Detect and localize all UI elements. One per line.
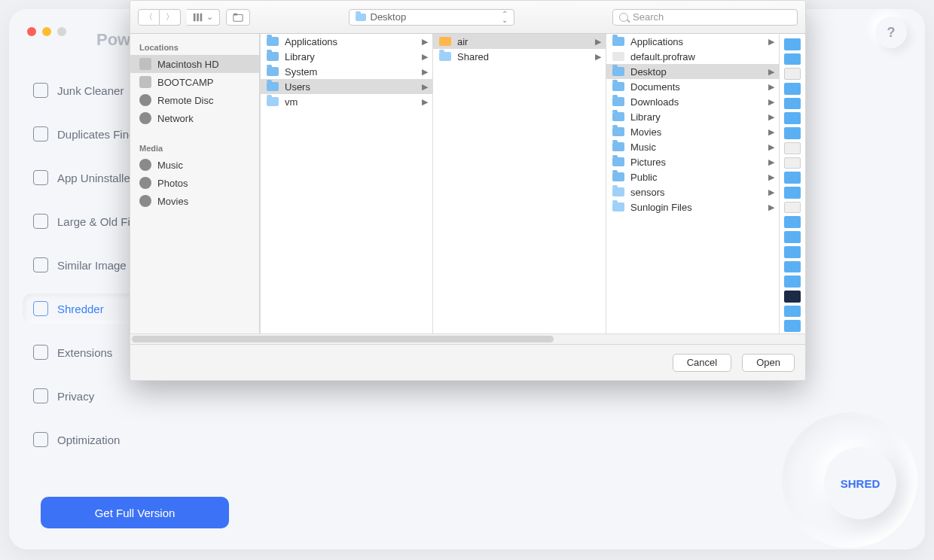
close-window-button[interactable] [27, 27, 36, 36]
preview-thumb[interactable] [784, 112, 801, 124]
preview-thumb[interactable] [784, 231, 801, 243]
preview-thumb[interactable] [784, 98, 801, 110]
nav-label: Optimization [57, 434, 120, 446]
device-icon [139, 76, 151, 88]
column-1[interactable]: Applications▶Library▶System▶Users▶vm▶ [260, 34, 433, 333]
zoom-window-button[interactable] [57, 27, 66, 36]
folder-icon [612, 172, 624, 181]
svg-rect-4 [233, 13, 237, 15]
help-button[interactable]: ? [875, 17, 907, 48]
sidebar-item-privacy[interactable]: Privacy [23, 381, 196, 411]
sidebar-item-photos[interactable]: Photos [130, 174, 259, 192]
file-row[interactable]: Music▶ [606, 139, 779, 154]
chevron-right-icon: ▶ [422, 67, 428, 77]
chevron-right-icon: ▶ [422, 52, 428, 62]
sidebar-item-bootcamp[interactable]: BOOTCAMP [130, 73, 259, 91]
folder-icon [267, 97, 279, 106]
forward-button[interactable]: 〉 [160, 9, 181, 26]
file-label: System [285, 66, 317, 78]
file-row[interactable]: Public▶ [606, 169, 779, 184]
chevron-right-icon: ▶ [422, 37, 428, 47]
file-row[interactable]: System▶ [261, 64, 432, 79]
device-icon [139, 159, 151, 171]
search-field[interactable]: Search [612, 9, 798, 26]
file-row[interactable]: Downloads▶ [606, 94, 779, 109]
get-full-version-button[interactable]: Get Full Version [41, 497, 229, 528]
file-row[interactable]: Applications▶ [261, 34, 432, 49]
sidebar-item-network[interactable]: Network [130, 109, 259, 127]
preview-thumb[interactable] [784, 202, 801, 214]
file-row[interactable]: Library▶ [261, 49, 432, 64]
preview-thumb[interactable] [784, 246, 801, 258]
group-button[interactable] [226, 9, 250, 26]
file-label: Downloads [630, 96, 679, 108]
file-row[interactable]: sensors▶ [606, 184, 779, 199]
preview-thumb[interactable] [784, 261, 801, 273]
preview-thumb[interactable] [784, 157, 801, 169]
chevron-right-icon: ▶ [768, 97, 774, 107]
device-icon [139, 177, 151, 189]
preview-thumb[interactable] [784, 216, 801, 228]
dialog-toolbar: 〈 〉 ⌄ Desktop ⌃⌄ Search [130, 1, 805, 34]
preview-thumb[interactable] [784, 320, 801, 332]
sidebar-item-label: Macintosh HD [157, 59, 219, 70]
preview-thumb[interactable] [784, 53, 801, 65]
back-button[interactable]: 〈 [138, 9, 160, 26]
view-mode-button[interactable]: ⌄ [187, 9, 220, 26]
chevron-right-icon: ▶ [595, 37, 601, 47]
preview-thumb[interactable] [784, 306, 801, 318]
file-label: Desktop [630, 66, 667, 78]
svg-rect-0 [194, 13, 196, 21]
scrollbar-thumb[interactable] [132, 336, 554, 342]
sidebar-item-movies[interactable]: Movies [130, 192, 259, 210]
folder-icon [267, 52, 279, 61]
file-row[interactable]: Pictures▶ [606, 154, 779, 169]
sidebar-item-macintosh-hd[interactable]: Macintosh HD [130, 55, 259, 73]
preview-thumb[interactable] [784, 38, 801, 50]
file-row[interactable]: Movies▶ [606, 124, 779, 139]
file-row[interactable]: default.profraw [606, 49, 779, 64]
file-row[interactable]: Applications▶ [606, 34, 779, 49]
file-row[interactable]: air▶ [433, 34, 606, 49]
sidebar-item-music[interactable]: Music [130, 156, 259, 174]
file-row[interactable]: Desktop▶ [606, 64, 779, 79]
preview-thumb[interactable] [784, 275, 801, 288]
open-button[interactable]: Open [742, 354, 795, 372]
file-row[interactable]: Users▶ [261, 79, 432, 94]
column-3[interactable]: Applications▶default.profrawDesktop▶Docu… [606, 34, 780, 333]
file-row[interactable]: Documents▶ [606, 79, 779, 94]
preview-thumb[interactable] [784, 187, 801, 199]
preview-thumb[interactable] [784, 127, 801, 139]
horizontal-scrollbar[interactable] [130, 333, 805, 344]
preview-thumb[interactable] [784, 83, 801, 95]
file-row[interactable]: vm▶ [261, 94, 432, 109]
sidebar-item-optimization[interactable]: Optimization [23, 425, 196, 455]
column-4-preview[interactable] [780, 34, 805, 333]
cancel-button[interactable]: Cancel [673, 354, 731, 372]
sidebar-header: Media [130, 141, 259, 156]
dialog-body: LocationsMacintosh HDBOOTCAMPRemote Disc… [130, 34, 805, 333]
file-row[interactable]: Sunlogin Files▶ [606, 199, 779, 215]
preview-thumb[interactable] [784, 291, 801, 303]
device-icon [139, 58, 151, 70]
file-row[interactable]: Shared▶ [433, 49, 606, 64]
file-label: Library [285, 51, 315, 62]
preview-thumb[interactable] [784, 68, 801, 80]
nav-label: Shredder [57, 303, 104, 315]
sidebar-item-remote-disc[interactable]: Remote Disc [130, 91, 259, 109]
folder-icon [612, 112, 624, 121]
preview-thumb[interactable] [784, 172, 801, 184]
minimize-window-button[interactable] [42, 27, 51, 36]
window-controls [27, 27, 66, 36]
file-label: Shared [457, 51, 489, 62]
preview-thumb[interactable] [784, 142, 801, 154]
folder-icon [612, 202, 624, 212]
column-2[interactable]: air▶Shared▶ [433, 34, 606, 333]
file-row[interactable]: Library▶ [606, 109, 779, 124]
sidebar-header: Locations [130, 40, 259, 55]
nav-icon [33, 214, 48, 229]
search-icon [619, 13, 628, 22]
path-popup[interactable]: Desktop ⌃⌄ [349, 9, 514, 26]
device-icon [139, 112, 151, 124]
shred-button[interactable]: SHRED [824, 447, 896, 519]
